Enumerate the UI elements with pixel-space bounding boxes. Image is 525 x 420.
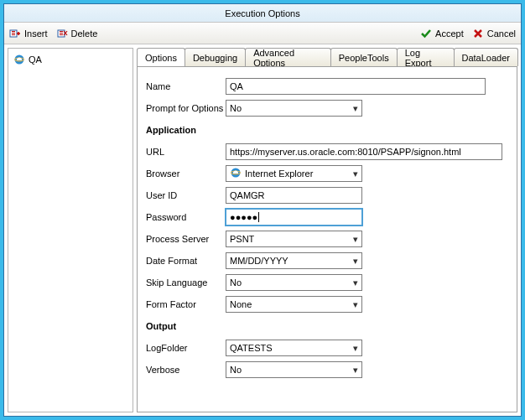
password-label: Password <box>146 212 226 222</box>
date-label: Date Format <box>146 256 226 266</box>
svg-rect-6 <box>60 33 63 34</box>
chevron-down-icon: ▾ <box>353 299 358 310</box>
tab-strip: Options Debugging Advanced Options Peopl… <box>137 48 517 66</box>
url-field[interactable] <box>226 143 502 160</box>
tab-advanced[interactable]: Advanced Options <box>245 48 331 66</box>
window: Execution Options Insert Delete <box>3 3 522 417</box>
chevron-down-icon: ▾ <box>353 343 358 354</box>
date-value: MM/DD/YYYY <box>230 256 288 266</box>
cancel-icon <box>472 28 484 39</box>
browser-select[interactable]: Internet Explorer ▾ <box>226 165 362 182</box>
formfactor-label: Form Factor <box>146 299 226 309</box>
formfactor-value: None <box>230 299 252 309</box>
output-heading: Output <box>146 321 226 331</box>
chevron-down-icon: ▾ <box>353 277 358 288</box>
skip-select[interactable]: No ▾ <box>226 274 362 291</box>
tab-options-label: Options <box>145 53 177 63</box>
svg-rect-7 <box>60 34 63 35</box>
tab-logexport-label: Log Export <box>405 48 446 68</box>
logfolder-select[interactable]: QATESTS ▾ <box>226 340 362 356</box>
logfolder-value: QATESTS <box>230 343 273 353</box>
verbose-label: Verbose <box>146 365 226 375</box>
verbose-select[interactable]: No ▾ <box>226 361 362 378</box>
process-select[interactable]: PSNT ▾ <box>226 231 362 247</box>
accept-label: Accept <box>435 29 464 39</box>
tab-peopletools[interactable]: PeopleTools <box>330 48 398 66</box>
insert-icon <box>9 28 21 39</box>
name-field[interactable] <box>226 78 486 95</box>
userid-label: User ID <box>146 190 226 200</box>
name-label: Name <box>146 81 226 91</box>
svg-rect-3 <box>12 34 15 35</box>
tab-debugging[interactable]: Debugging <box>185 48 246 66</box>
accept-button[interactable]: Accept <box>420 28 464 39</box>
chevron-down-icon: ▾ <box>353 234 358 245</box>
svg-rect-5 <box>60 31 63 32</box>
verbose-value: No <box>230 365 242 375</box>
delete-label: Delete <box>71 29 98 39</box>
prompt-select[interactable]: No ▾ <box>226 100 362 117</box>
process-label: Process Server <box>146 234 226 244</box>
window-title: Execution Options <box>225 8 299 18</box>
ie-icon <box>230 167 242 180</box>
tab-debugging-label: Debugging <box>193 53 237 63</box>
url-label: URL <box>146 147 226 157</box>
content-area: QA Options Debugging Advanced Options Pe… <box>4 44 521 416</box>
tab-logexport[interactable]: Log Export <box>397 48 455 66</box>
text-cursor <box>258 212 259 222</box>
process-value: PSNT <box>230 234 254 244</box>
insert-button[interactable]: Insert <box>9 28 48 39</box>
password-field[interactable]: ●●●●● <box>226 209 362 226</box>
tab-options[interactable]: Options <box>137 48 185 66</box>
prompt-value: No <box>230 103 242 113</box>
svg-rect-1 <box>12 31 15 32</box>
tree-item-qa[interactable]: QA <box>12 52 129 67</box>
svg-rect-2 <box>12 33 15 34</box>
chevron-down-icon: ▾ <box>353 169 358 179</box>
cancel-label: Cancel <box>487 29 516 39</box>
skip-label: Skip Language <box>146 277 226 288</box>
tab-peopletools-label: PeopleTools <box>339 53 389 63</box>
toolbar: Insert Delete Accept Cancel <box>4 23 521 44</box>
chevron-down-icon: ▾ <box>353 256 358 267</box>
ie-icon <box>13 54 25 65</box>
tab-body: Name Prompt for Options No ▾ Application… <box>137 66 517 412</box>
prompt-label: Prompt for Options <box>146 103 226 113</box>
date-select[interactable]: MM/DD/YYYY ▾ <box>226 252 362 269</box>
chevron-down-icon: ▾ <box>353 365 358 376</box>
logfolder-label: LogFolder <box>146 343 226 353</box>
tree-panel: QA <box>8 48 133 412</box>
delete-button[interactable]: Delete <box>56 28 98 39</box>
tab-dataloader-label: DataLoader <box>462 53 511 63</box>
tab-dataloader[interactable]: DataLoader <box>454 48 519 66</box>
titlebar: Execution Options <box>4 4 521 23</box>
check-icon <box>420 28 432 39</box>
tree-item-label: QA <box>29 54 42 65</box>
right-panel: Options Debugging Advanced Options Peopl… <box>137 48 517 412</box>
password-value: ●●●●● <box>230 212 257 222</box>
chevron-down-icon: ▾ <box>353 103 358 114</box>
browser-value: Internet Explorer <box>245 169 313 179</box>
application-heading: Application <box>146 125 226 135</box>
formfactor-select[interactable]: None ▾ <box>226 296 362 313</box>
delete-icon <box>56 28 68 39</box>
tab-advanced-label: Advanced Options <box>253 48 323 68</box>
insert-label: Insert <box>24 29 48 39</box>
cancel-button[interactable]: Cancel <box>472 28 516 39</box>
browser-label: Browser <box>146 169 226 179</box>
skip-value: No <box>230 277 242 288</box>
userid-field[interactable] <box>226 187 362 204</box>
